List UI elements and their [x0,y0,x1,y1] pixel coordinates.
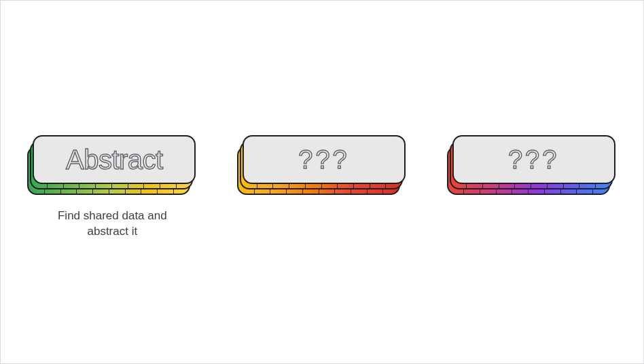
card-unknown-2: ??? [444,135,620,240]
card-row: Abstract Find shared data and abstract i… [1,135,643,240]
card-stack: ??? [447,135,617,196]
card-label: ??? [298,145,349,175]
card-unknown-1: ??? [234,135,410,240]
card-stack: Abstract [27,135,197,196]
card-abstract: Abstract Find shared data and abstract i… [24,135,200,240]
card-caption: Find shared data and abstract it [44,208,180,240]
card-top-face: ??? [452,135,615,184]
card-label: Abstract [66,145,163,175]
card-top-face: ??? [243,135,406,184]
card-label: ??? [508,145,559,175]
card-top-face: Abstract [33,135,196,184]
card-stack: ??? [237,135,407,196]
